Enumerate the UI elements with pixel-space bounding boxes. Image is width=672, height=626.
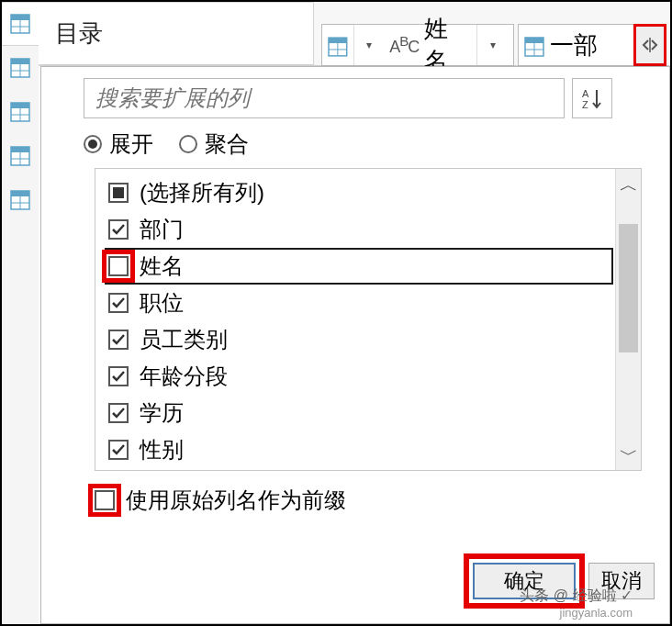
table-icon (10, 146, 30, 166)
table-icon (328, 35, 348, 55)
column-label: 员工类别 (140, 325, 228, 354)
sort-button[interactable]: A Z (572, 78, 612, 118)
checkbox-icon (108, 293, 129, 313)
checkbox-icon (108, 219, 129, 240)
table-icon (10, 14, 30, 34)
directory-label: 目录 (55, 17, 103, 50)
checkbox-icon (108, 256, 129, 276)
directory-column-header[interactable]: 目录 (39, 2, 314, 65)
list-scrollbar[interactable]: ︿ ﹀ (615, 169, 641, 470)
radio-aggregate[interactable]: 聚合 (179, 129, 249, 159)
sort-az-icon: A Z (580, 86, 604, 110)
checkbox-icon (108, 440, 129, 460)
text-type-icon: ABC (389, 33, 419, 57)
column-label: 学历 (140, 398, 184, 428)
field-type-dropdown-name[interactable]: ▾ ABC 姓名 ▾ (321, 24, 514, 66)
watermark-line1: 头条 @ 经验啦 ✓ (520, 587, 633, 603)
table-icon (10, 58, 30, 78)
radio-aggregate-label: 聚合 (205, 129, 249, 159)
scroll-down-icon[interactable]: ﹀ (616, 439, 642, 470)
column-list: (选择所有列) 部门 姓名 职位 员工类别 年龄分段 (95, 168, 642, 471)
checkbox-icon (108, 366, 129, 386)
prefix-label: 使用原始列名作为前缀 (126, 486, 346, 515)
expand-columns-button[interactable] (633, 24, 666, 66)
chevron-down-icon[interactable]: ▾ (476, 25, 508, 65)
column-label: 年龄分段 (140, 362, 228, 391)
expand-column-popup: A Z 展开 聚合 (选择所有列) 部门 (40, 66, 670, 624)
split-arrows-icon (640, 35, 660, 55)
scroll-thumb[interactable] (619, 224, 638, 352)
column-label: 职位 (140, 288, 184, 318)
svg-text:A: A (582, 88, 589, 99)
left-tab-strip (2, 2, 39, 624)
mode-radio-group: 展开 聚合 (84, 129, 249, 159)
column-row[interactable]: 性别 (108, 431, 613, 468)
prefix-checkbox-row[interactable]: 使用原始列名作为前缀 (95, 486, 346, 515)
table-icon (10, 190, 30, 210)
radio-expand[interactable]: 展开 (84, 129, 153, 159)
watermark: 头条 @ 经验啦 ✓ jingyanla.com (520, 587, 633, 620)
column-label: 性别 (140, 435, 184, 464)
column-row[interactable]: 姓名 (105, 248, 613, 285)
select-all-row[interactable]: (选择所有列) (108, 174, 613, 211)
checkbox-icon (108, 330, 129, 350)
svg-text:Z: Z (582, 99, 588, 110)
radio-icon (84, 135, 102, 153)
tab-table-3[interactable] (2, 90, 39, 134)
field-type-dropdown-dept[interactable]: 一部 (518, 24, 637, 66)
select-all-label: (选择所有列) (140, 178, 264, 207)
column-row[interactable]: 职位 (108, 285, 613, 321)
column-label: 姓名 (140, 252, 184, 281)
column-label: 部门 (140, 215, 184, 244)
tab-table-4[interactable] (2, 134, 39, 178)
tab-table-2[interactable] (2, 46, 39, 90)
radio-icon (179, 135, 197, 153)
column-search-input[interactable] (84, 78, 565, 118)
checkbox-mixed-icon (108, 183, 129, 203)
field-label: 一部 (550, 29, 598, 61)
column-row[interactable]: 学历 (108, 395, 613, 431)
table-icon (524, 35, 544, 55)
column-row[interactable]: 年龄分段 (108, 358, 613, 395)
tab-table-5[interactable] (2, 178, 39, 222)
checkbox-icon (108, 403, 129, 423)
column-row[interactable]: 员工类别 (108, 321, 613, 358)
scroll-up-icon[interactable]: ︿ (616, 169, 642, 200)
watermark-line2: jingyanla.com (520, 606, 633, 620)
column-row[interactable]: 部门 (108, 211, 613, 248)
table-icon (10, 102, 30, 122)
tab-table-1[interactable] (2, 2, 39, 46)
checkbox-icon (95, 490, 115, 510)
radio-expand-label: 展开 (109, 129, 153, 159)
chevron-down-icon[interactable]: ▾ (353, 25, 385, 65)
